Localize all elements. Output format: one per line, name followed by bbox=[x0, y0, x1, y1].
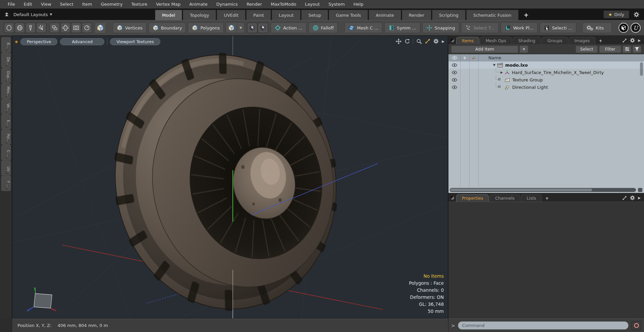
collapse-layouts-icon[interactable] bbox=[3, 10, 11, 18]
axis-column-icon[interactable] bbox=[469, 55, 478, 60]
panel-pie-icon[interactable] bbox=[450, 196, 454, 200]
add-panel-tab-button[interactable]: + bbox=[596, 37, 605, 44]
sculpt-tool-icon[interactable] bbox=[36, 23, 46, 33]
boundary-mode-button[interactable]: Boundary bbox=[149, 22, 186, 33]
menu-layout[interactable]: Layout bbox=[301, 0, 324, 8]
viewport-3d[interactable]: Perspective Advanced Viewport Textures ▶… bbox=[12, 36, 448, 319]
left-tab-duplicate[interactable]: Dup... bbox=[1, 68, 11, 83]
left-tab-mesh-edit[interactable]: Mes... bbox=[1, 83, 11, 98]
zoom-view-icon[interactable] bbox=[416, 39, 422, 44]
vertices-mode-button[interactable]: Vertices bbox=[113, 22, 147, 33]
left-tab-edge[interactable]: E... bbox=[1, 114, 11, 129]
menu-file[interactable]: File bbox=[3, 0, 19, 8]
workspace-tab-paint[interactable]: Paint bbox=[246, 10, 271, 20]
select-button[interactable]: Select bbox=[576, 46, 598, 53]
tab-mesh-ops[interactable]: Mesh Ops bbox=[480, 37, 512, 44]
menu-help[interactable]: Help bbox=[349, 0, 368, 8]
panel-menu-arrow-icon[interactable]: ▶ bbox=[638, 196, 641, 200]
collapse-arrow-icon[interactable]: ▼ bbox=[493, 63, 497, 67]
snapping-button[interactable]: Snapping bbox=[422, 22, 459, 33]
panel-options-gear-icon[interactable] bbox=[630, 38, 635, 43]
tab-groups[interactable]: Groups bbox=[542, 37, 568, 44]
pin-tool-icon[interactable] bbox=[25, 23, 36, 33]
select-through-button[interactable]: Select T... bbox=[461, 22, 499, 33]
viewport-menu-arrow-icon[interactable]: ▶ bbox=[442, 40, 444, 43]
menu-texture[interactable]: Texture bbox=[127, 0, 152, 8]
ellipse-tool-icon[interactable] bbox=[4, 23, 14, 33]
item-name[interactable]: Directional Light bbox=[512, 85, 548, 90]
menu-edit[interactable]: Edit bbox=[19, 0, 37, 8]
tree-vertical-scrollbar[interactable] bbox=[640, 62, 643, 76]
tab-channels[interactable]: Channels bbox=[489, 194, 520, 202]
transform-tool-icon[interactable] bbox=[60, 23, 70, 33]
polygons-mode-button[interactable]: Polygons bbox=[188, 22, 224, 33]
workspace-tab-uvedit[interactable]: UVEdit bbox=[217, 10, 246, 20]
work-plane-button[interactable]: Work Pl... bbox=[501, 22, 538, 33]
default-layouts-dropdown[interactable]: Default Layouts ▼ bbox=[13, 12, 52, 17]
viewport-textures-button[interactable]: Viewport Textures bbox=[110, 38, 160, 45]
tab-lists[interactable]: Lists bbox=[521, 194, 542, 202]
workspace-tab-animate[interactable]: Animate bbox=[369, 10, 401, 20]
kits-button[interactable]: Kits bbox=[582, 22, 612, 33]
panel-menu-arrow-icon[interactable]: ▶ bbox=[638, 39, 641, 42]
items-mode-cube-button[interactable] bbox=[226, 22, 237, 33]
viewport-options-gear-icon[interactable] bbox=[433, 39, 439, 44]
command-input[interactable] bbox=[458, 321, 629, 330]
radial-tool-icon[interactable] bbox=[82, 23, 92, 33]
panel-options-gear-icon[interactable] bbox=[630, 195, 635, 200]
action-center-button[interactable]: Action ... bbox=[271, 22, 306, 33]
maximize-viewport-icon[interactable] bbox=[425, 39, 430, 44]
tree-row-texture-group[interactable]: Texture Group bbox=[448, 76, 644, 83]
shading-mode-button[interactable]: Advanced bbox=[60, 38, 104, 45]
workspace-tab-setup[interactable]: Setup bbox=[301, 10, 328, 20]
menu-maxtomodo[interactable]: MaxToModo bbox=[266, 0, 301, 8]
add-properties-tab-button[interactable]: + bbox=[542, 194, 551, 202]
menu-animate[interactable]: Animate bbox=[185, 0, 212, 8]
mesh-constraints-button[interactable]: Mesh C ... bbox=[344, 22, 382, 33]
add-item-button[interactable]: Add Item bbox=[451, 46, 518, 53]
tree-row-directional-light[interactable]: Directional Light bbox=[448, 83, 644, 91]
favorites-only-button[interactable]: ★ Only bbox=[603, 10, 629, 18]
tab-images[interactable]: Images bbox=[569, 37, 596, 44]
expand-panel-icon[interactable] bbox=[622, 38, 627, 43]
expand-panel-icon[interactable] bbox=[622, 196, 627, 200]
pan-view-icon[interactable] bbox=[396, 39, 401, 44]
items-mode-dropdown[interactable]: ▼ bbox=[237, 22, 245, 33]
add-item-dropdown[interactable]: ▼ bbox=[520, 46, 528, 53]
item-mode-cube-icon[interactable] bbox=[95, 22, 106, 34]
left-tab-fusion[interactable]: F ... bbox=[1, 176, 11, 191]
menu-system[interactable]: System bbox=[324, 0, 349, 8]
scrollbar-corner-button[interactable] bbox=[638, 188, 642, 192]
filter-button[interactable]: Filter bbox=[599, 46, 621, 53]
workspace-tab-layout[interactable]: Layout bbox=[272, 10, 301, 20]
list-options-icon[interactable] bbox=[623, 46, 631, 53]
menu-render[interactable]: Render bbox=[242, 0, 266, 8]
workspace-tab-game-tools[interactable]: Game Tools bbox=[329, 10, 368, 20]
tab-properties[interactable]: Properties bbox=[456, 194, 489, 202]
workspace-tab-model[interactable]: Model bbox=[155, 10, 182, 20]
symmetry-button[interactable]: Symm ... bbox=[384, 22, 420, 33]
visibility-column-eye-icon[interactable] bbox=[448, 56, 460, 60]
scrollbar-thumb[interactable] bbox=[450, 189, 592, 191]
workspace-tab-schematic-fusion[interactable]: Schematic Fusion bbox=[466, 10, 519, 20]
macro-record-button[interactable] bbox=[631, 321, 641, 330]
tree-horizontal-scrollbar[interactable] bbox=[450, 188, 636, 192]
select-center-mode-icon[interactable] bbox=[247, 23, 257, 33]
falloff-button[interactable]: Falloff bbox=[309, 22, 338, 33]
workspace-tab-scripting[interactable]: Scripting bbox=[432, 10, 466, 20]
panel-pie-icon[interactable] bbox=[450, 39, 454, 42]
left-tab-curves[interactable]: C ... bbox=[1, 145, 11, 160]
unreal-engine-icon[interactable]: U bbox=[631, 23, 641, 33]
menu-select[interactable]: Select bbox=[56, 0, 78, 8]
left-tab-deform[interactable]: De... bbox=[1, 53, 11, 68]
left-tab-basic[interactable]: B... bbox=[1, 37, 11, 52]
item-name[interactable]: modo.lxo bbox=[505, 63, 528, 68]
left-tab-polygon[interactable]: Pol... bbox=[1, 130, 11, 145]
sphere-tool-icon[interactable] bbox=[15, 23, 25, 33]
tab-items[interactable]: Items bbox=[456, 37, 479, 44]
add-workspace-tab-button[interactable]: + bbox=[519, 10, 533, 20]
menu-dynamics[interactable]: Dynamics bbox=[212, 0, 242, 8]
menu-vertex-map[interactable]: Vertex Map bbox=[152, 0, 185, 8]
filter-funnel-icon[interactable] bbox=[633, 46, 641, 53]
layout-settings-gear-icon[interactable] bbox=[632, 10, 641, 19]
